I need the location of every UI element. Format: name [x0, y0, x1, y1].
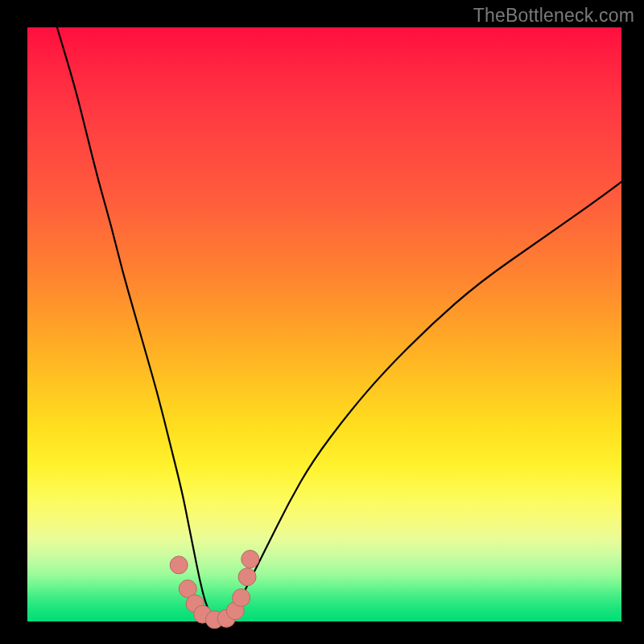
plot-gradient-background [27, 27, 621, 621]
chart-stage: TheBottleneck.com [0, 0, 644, 644]
watermark-text: TheBottleneck.com [473, 5, 634, 27]
